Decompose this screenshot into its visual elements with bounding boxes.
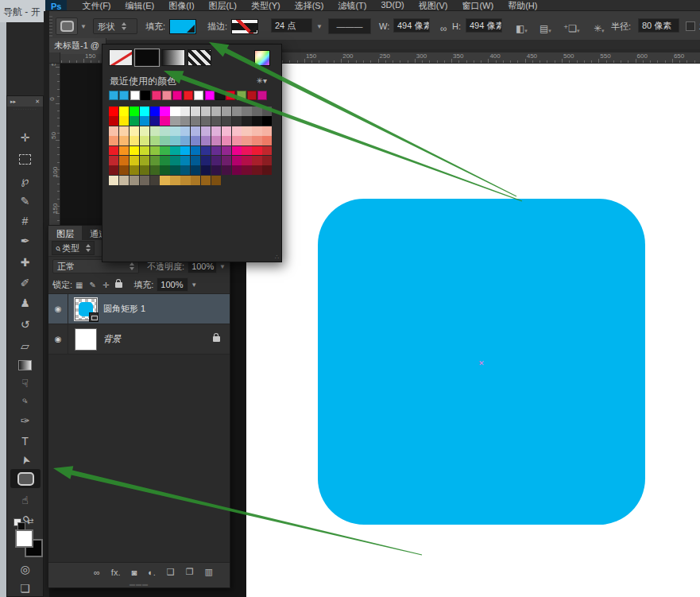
color-swatch[interactable] xyxy=(252,136,261,145)
color-swatch[interactable] xyxy=(211,146,221,156)
color-swatch[interactable] xyxy=(262,116,272,126)
color-swatch[interactable] xyxy=(222,116,231,126)
color-swatch[interactable] xyxy=(242,126,251,136)
color-swatch[interactable] xyxy=(201,116,211,126)
color-swatch[interactable] xyxy=(109,107,118,116)
color-swatch[interactable] xyxy=(160,176,169,185)
color-swatch[interactable] xyxy=(262,126,272,136)
color-swatch[interactable] xyxy=(211,156,221,165)
color-swatch[interactable] xyxy=(119,156,129,165)
path-operations-icon[interactable]: ◧▾ xyxy=(516,18,528,34)
swap-colors-icon[interactable]: ⇄ xyxy=(27,517,33,525)
stroke-color-swatch[interactable] xyxy=(231,19,258,34)
color-swatch[interactable] xyxy=(252,116,261,126)
color-swatch[interactable] xyxy=(211,176,221,185)
color-swatch[interactable] xyxy=(109,146,118,156)
color-swatch[interactable] xyxy=(191,146,200,156)
color-swatch[interactable] xyxy=(140,165,149,175)
layer-row[interactable]: ◉背景 xyxy=(48,324,230,355)
gradient-button[interactable] xyxy=(161,49,185,66)
color-swatch[interactable] xyxy=(170,126,180,136)
color-swatch[interactable] xyxy=(150,146,160,156)
new-layer-icon[interactable]: ❐ xyxy=(186,567,194,577)
stroke-size-input[interactable]: 24 点 xyxy=(271,18,312,33)
pattern-button[interactable] xyxy=(188,49,211,66)
color-swatch[interactable] xyxy=(191,107,200,116)
color-swatch[interactable] xyxy=(130,116,139,126)
recent-color-swatch[interactable] xyxy=(172,91,182,100)
layer-fill-input[interactable]: 100% xyxy=(157,277,188,292)
menu-item[interactable]: 窗口(W) xyxy=(454,0,501,11)
menu-item[interactable]: 3D(D) xyxy=(373,0,411,11)
layer-mask-icon[interactable]: ◙ xyxy=(131,568,137,577)
color-swatch[interactable] xyxy=(170,116,180,126)
menu-item[interactable]: 图像(I) xyxy=(161,0,201,11)
rect-marquee-tool[interactable] xyxy=(7,149,43,169)
color-swatch[interactable] xyxy=(150,126,160,136)
crop-tool[interactable]: # xyxy=(7,211,43,231)
color-swatch[interactable] xyxy=(222,165,231,175)
tools-panel-grip[interactable]: ·········· xyxy=(7,107,43,112)
chevron-down-icon[interactable]: ▼ xyxy=(191,281,197,289)
color-swatch[interactable] xyxy=(170,107,180,116)
color-swatch[interactable] xyxy=(140,176,149,185)
color-swatch[interactable] xyxy=(150,165,160,175)
color-swatch[interactable] xyxy=(211,116,221,126)
color-swatch[interactable] xyxy=(242,107,251,116)
rounded-rectangle-tool[interactable] xyxy=(10,469,41,488)
color-swatch[interactable] xyxy=(180,126,190,136)
color-swatch[interactable] xyxy=(109,136,118,145)
color-swatch[interactable] xyxy=(130,156,139,165)
color-swatch[interactable] xyxy=(242,165,251,175)
lock-option-icon[interactable]: ✛ xyxy=(102,281,109,289)
menu-item[interactable]: 文件(F) xyxy=(75,0,118,11)
eraser-tool[interactable]: ▱ xyxy=(7,336,43,355)
color-swatch[interactable] xyxy=(170,176,180,185)
menu-item[interactable]: 滤镜(T) xyxy=(331,0,373,11)
color-swatch[interactable] xyxy=(232,107,242,116)
color-swatch[interactable] xyxy=(201,107,211,116)
color-swatch[interactable] xyxy=(232,146,242,156)
color-swatch[interactable] xyxy=(140,156,149,165)
color-swatch[interactable] xyxy=(201,176,211,185)
path-alignment-icon[interactable]: ▤▾ xyxy=(540,18,551,34)
color-swatch[interactable] xyxy=(160,116,169,126)
layer-filter-select[interactable]: ϙ 类型 xyxy=(52,241,95,255)
color-swatch[interactable] xyxy=(140,146,149,156)
color-swatch[interactable] xyxy=(119,136,129,145)
color-swatch[interactable] xyxy=(201,126,211,136)
color-swatch[interactable] xyxy=(242,116,251,126)
color-swatch[interactable] xyxy=(109,156,118,165)
recent-color-swatch[interactable] xyxy=(152,91,161,100)
menu-item[interactable]: 编辑(E) xyxy=(118,0,162,11)
color-swatch[interactable] xyxy=(211,107,221,116)
lock-option-icon[interactable]: ✎ xyxy=(90,281,96,289)
color-swatch[interactable] xyxy=(252,126,261,136)
color-swatch[interactable] xyxy=(150,116,160,126)
color-swatch[interactable] xyxy=(119,176,129,185)
menu-item[interactable]: 视图(V) xyxy=(412,0,455,11)
color-swatch[interactable] xyxy=(130,176,139,185)
recent-color-swatch[interactable] xyxy=(215,91,225,100)
color-swatch[interactable] xyxy=(252,107,261,116)
color-swatch[interactable] xyxy=(180,146,190,156)
color-swatch[interactable] xyxy=(201,165,211,175)
fill-color-swatch[interactable] xyxy=(169,19,196,34)
color-swatch[interactable] xyxy=(170,136,180,145)
smudge-tool[interactable]: ☟ xyxy=(7,374,43,393)
adjustment-layer-icon[interactable]: ◐. xyxy=(148,568,156,577)
clone-stamp-tool[interactable]: ♟ xyxy=(7,293,43,312)
align-edges-checkbox[interactable] xyxy=(686,21,695,31)
color-swatch[interactable] xyxy=(232,126,242,136)
color-swatch[interactable] xyxy=(150,107,160,116)
gradient-tool[interactable] xyxy=(7,355,43,374)
color-swatch[interactable] xyxy=(180,176,190,185)
menu-item[interactable]: 选择(S) xyxy=(288,0,331,11)
color-swatch[interactable] xyxy=(109,126,118,136)
color-swatch[interactable] xyxy=(119,165,129,175)
color-swatch[interactable] xyxy=(242,136,251,145)
color-swatch[interactable] xyxy=(191,126,200,136)
color-swatch[interactable] xyxy=(150,136,160,145)
color-swatch[interactable] xyxy=(140,116,149,126)
color-swatch[interactable] xyxy=(130,136,139,145)
